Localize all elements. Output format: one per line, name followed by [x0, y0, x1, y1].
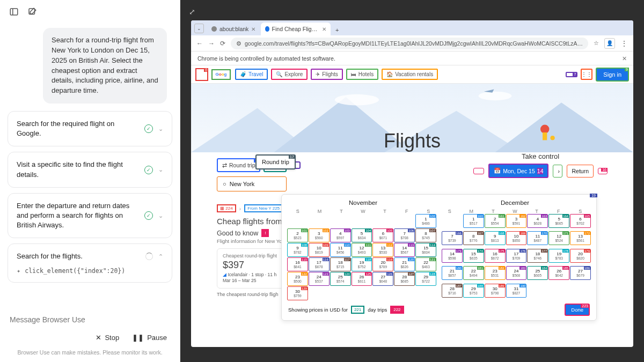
calendar-day[interactable]: 17920$820: [570, 249, 591, 263]
nav-explore[interactable]: 🔍 Explore: [271, 69, 308, 80]
calendar-day[interactable]: 12930$759: [287, 286, 308, 300]
calendar-day[interactable]: 18021$857: [442, 266, 463, 280]
task-item[interactable]: Visit a specific site to find the flight…: [8, 152, 172, 187]
calendar-day[interactable]: 1078$745: [415, 228, 436, 242]
task-item[interactable]: Enter the departure and return dates and…: [8, 193, 172, 239]
calendar-day[interactable]: 17718$746: [527, 249, 548, 263]
calendar-day[interactable]: 1667$739: [442, 231, 463, 245]
calendar-day[interactable]: 11415$604: [415, 243, 436, 257]
calendar-day[interactable]: 11617$678: [309, 257, 330, 271]
collapse-icon[interactable]: ⤢: [189, 8, 195, 16]
profile-icon[interactable]: 👤: [604, 38, 615, 49]
calendar-day[interactable]: 17415$635: [463, 249, 484, 263]
from-ny-chip[interactable]: From New Y 225: [244, 204, 283, 212]
tab-dropdown[interactable]: ⌄: [194, 24, 204, 33]
task-item[interactable]: Search for the required flight on Google…: [8, 111, 172, 146]
calendar-done-button[interactable]: Done223: [565, 304, 590, 316]
close-icon[interactable]: ✕: [322, 26, 326, 32]
new-chat-icon[interactable]: [27, 6, 38, 17]
message-input[interactable]: [10, 311, 170, 328]
calendar-day[interactable]: 17213$561: [570, 231, 591, 245]
google-logo[interactable]: Goog: [211, 69, 231, 80]
sidebar-toggle-icon[interactable]: [9, 6, 19, 17]
signin-button[interactable]: Sign in9: [596, 68, 629, 82]
browser-tab[interactable]: about:blank✕: [207, 23, 260, 35]
badge-221[interactable]: 221: [351, 306, 364, 314]
calendar-day[interactable]: 12526$611: [352, 272, 372, 286]
calendar-day[interactable]: 1612$554: [485, 214, 506, 228]
calendar-day[interactable]: 11112$493: [352, 243, 372, 257]
calendar-day[interactable]: 1034$597: [330, 228, 351, 242]
stop-button[interactable]: ✕Stop: [96, 334, 119, 342]
apps-icon[interactable]: 7: [566, 72, 577, 77]
calendar-day[interactable]: 11516$641: [287, 257, 308, 271]
calendar-day[interactable]: 11718$715: [330, 257, 351, 271]
calendar-day[interactable]: 1045$634: [352, 228, 372, 242]
calendar-day[interactable]: 1689$813: [485, 231, 506, 245]
calendar-day[interactable]: 12223$500: [287, 272, 308, 286]
calendar-day[interactable]: 18728$716: [442, 284, 463, 298]
calendar-day[interactable]: 18829$753: [463, 284, 484, 298]
calendar-day[interactable]: 1067$708: [394, 228, 415, 242]
return-date[interactable]: Return: [567, 165, 594, 178]
calendar-day[interactable]: 1056$671: [372, 228, 393, 242]
depart-date[interactable]: 📅 Mon, Dec 1514: [488, 164, 548, 178]
calendar-day[interactable]: 1012$523: [287, 228, 308, 242]
calendar-day[interactable]: 1634$628: [527, 214, 548, 228]
badge-224[interactable]: ▦ 224: [217, 204, 236, 212]
nav-flights[interactable]: ✈ Flights: [311, 69, 342, 80]
forward-icon[interactable]: →: [208, 40, 215, 47]
calendar-day[interactable]: 1645$665: [548, 214, 569, 228]
close-icon[interactable]: ✕: [622, 55, 627, 62]
next-icon[interactable]: ›: [553, 165, 562, 178]
reload-icon[interactable]: ⟳: [220, 40, 225, 47]
calendar-day[interactable]: 11314$567: [394, 243, 415, 257]
calendar-day[interactable]: 1023$560: [309, 228, 330, 242]
calendar-day[interactable]: 12627$648: [372, 272, 393, 286]
chevron-down-icon[interactable]: ⌄: [158, 212, 163, 219]
calendar-day[interactable]: 1001$486: [415, 214, 436, 228]
nav-hotels[interactable]: 🛏 Hotels: [346, 69, 378, 80]
nav-rentals[interactable]: 🏠 Vacation rentals: [382, 69, 438, 80]
calendar-day[interactable]: 18122$494: [463, 266, 484, 280]
trip-type-chip[interactable]: ⇄ Round trip10: [217, 158, 260, 172]
hamburger-icon[interactable]: 0: [195, 68, 208, 81]
calendar-day[interactable]: 17314$598: [442, 249, 463, 263]
calendar-day[interactable]: 19031$827: [506, 284, 527, 298]
calendar-day[interactable]: 18223$531: [485, 266, 506, 280]
calendar-day[interactable]: 12324$537: [309, 272, 330, 286]
calendar-day[interactable]: 17011$487: [527, 231, 548, 245]
calendar-day[interactable]: 12829$722: [415, 272, 436, 286]
grid-icon[interactable]: ⋮⋮: [581, 69, 592, 80]
back-icon[interactable]: ←: [196, 40, 203, 47]
url-field[interactable]: ⚙google.com/travel/flights?tfs=CBwQARopE…: [231, 38, 588, 49]
trip-type-overlay[interactable]: Round trip17: [255, 154, 296, 169]
pause-button[interactable]: ❚❚Pause: [132, 334, 167, 342]
calendar-day[interactable]: 11213$530: [372, 243, 393, 257]
nav-travel[interactable]: 🧳 Travel: [235, 69, 268, 80]
chevron-down-icon[interactable]: ⌄: [158, 125, 163, 132]
menu-icon[interactable]: ⋮: [620, 39, 628, 48]
calendar-day[interactable]: 17112$524: [548, 231, 569, 245]
calendar-day[interactable]: 11819$752: [352, 257, 372, 271]
calendar-day[interactable]: 1089$782: [287, 243, 308, 257]
origin-input[interactable]: ○ New York: [217, 176, 287, 191]
calendar-day[interactable]: 18930$790: [485, 284, 506, 298]
calendar-day[interactable]: 16910$850: [506, 231, 527, 245]
calendar-day[interactable]: 11920$789: [372, 257, 393, 271]
calendar-day[interactable]: 1678$776: [463, 231, 484, 245]
calendar-day[interactable]: 18425$605: [527, 266, 548, 280]
close-icon[interactable]: ✕: [251, 26, 255, 32]
task-item[interactable]: Search for the flights. ⌃ ✦ click_elemen…: [8, 243, 172, 282]
calendar-day[interactable]: 12021$826: [394, 257, 415, 271]
calendar-day[interactable]: 18627$679: [570, 266, 591, 280]
calendar-day[interactable]: 1623$591: [506, 214, 527, 228]
calendar-day[interactable]: 12425$574: [330, 272, 351, 286]
close-icon[interactable]: 16: [598, 168, 608, 174]
star-icon[interactable]: ☆: [594, 40, 599, 47]
calendar-day[interactable]: 17516$672: [485, 249, 506, 263]
calendar-day[interactable]: 11011$456: [330, 243, 351, 257]
calendar-day[interactable]: 17819$783: [548, 249, 569, 263]
calendar-day[interactable]: 18526$642: [548, 266, 569, 280]
chevron-up-icon[interactable]: ⌃: [158, 253, 163, 260]
